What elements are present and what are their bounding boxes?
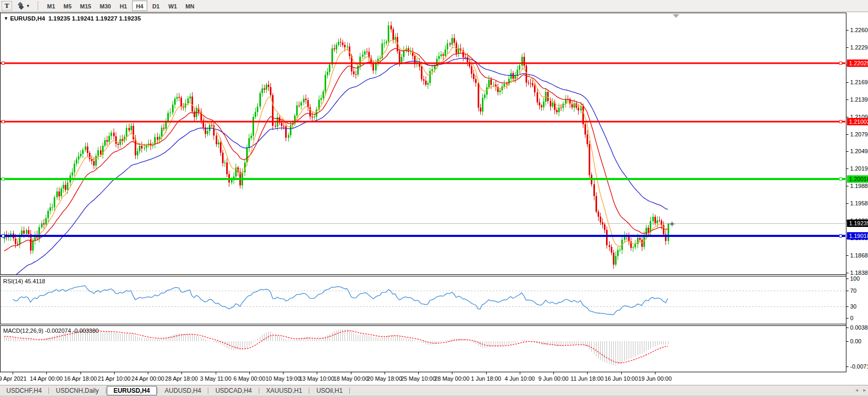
tab-separator (259, 388, 259, 394)
price-tick (846, 100, 849, 100)
text-tool-button[interactable]: T (2, 1, 12, 11)
time-tick (216, 372, 216, 374)
tab-usdcnh-daily[interactable]: USDCNH,Daily (49, 386, 105, 395)
time-tick (486, 372, 487, 374)
rsi-tick-label: 70 (850, 287, 856, 294)
tab-usoil-h1[interactable]: USOil,H1 (310, 386, 349, 395)
tab-usdcad-h4[interactable]: USDCAD,H4 (209, 386, 258, 395)
timeframe-button-h4[interactable]: H4 (132, 1, 147, 11)
price-tick-label: 1.20190 (850, 165, 868, 172)
tab-xauusd-h1[interactable]: XAUUSD,H1 (260, 386, 309, 395)
timeframe-button-m5[interactable]: M5 (60, 1, 75, 11)
macd-tick-label: 0.00 (850, 338, 861, 344)
time-tick (553, 372, 554, 374)
price-tick (846, 186, 849, 186)
timeframe-toolbar: M1M5M15M30H1H4D1W1MN (43, 1, 199, 11)
macd-tick-label: -0.007195 (850, 363, 868, 370)
tab-scroll-right-icon[interactable]: ▸ (863, 386, 866, 394)
rsi-indicator-pane: RSI(14) 45.4118 (0, 276, 846, 324)
main-chart-pane: ▼ EURUSD,H4 1.19235 1.19241 1.19227 1.19… (0, 13, 846, 275)
time-tick (621, 372, 622, 374)
tab-separator (48, 388, 49, 394)
time-tick (46, 372, 47, 374)
tab-separator (157, 388, 158, 394)
price-tick-label: 1.20790 (850, 131, 868, 137)
hline-price-badge: 1.21002 (847, 118, 868, 125)
price-chart-canvas[interactable] (1, 13, 845, 274)
price-tick (846, 168, 849, 169)
macd-tick (846, 341, 849, 342)
time-tick (249, 372, 250, 374)
time-tick (114, 372, 115, 374)
chart-shift-marker-icon[interactable] (673, 14, 679, 18)
timeframe-button-m1[interactable]: M1 (44, 1, 59, 11)
rsi-label: RSI(14) 45.4118 (3, 278, 45, 284)
price-tick-label: 1.22295 (850, 44, 868, 51)
macd-chart-canvas[interactable] (1, 326, 845, 372)
hline-price-badge: 1.22025 (847, 59, 868, 67)
timeframe-button-mn[interactable]: MN (181, 1, 198, 11)
chart-ohlc-values: 1.19235 1.19241 1.19227 1.19235 (48, 15, 141, 22)
macd-tick-label: 0.003873 (850, 324, 868, 331)
tab-separator (349, 388, 350, 394)
time-tick (181, 372, 182, 374)
price-tick-label: 1.19885 (850, 183, 868, 189)
timeframe-button-m30[interactable]: M30 (96, 1, 115, 11)
price-tick (846, 151, 849, 152)
rsi-tick (846, 279, 849, 279)
mt4-window: T ▾ M1M5M15M30H1H4D1W1MN ▼ EURUSD,H4 1.1… (0, 0, 868, 397)
chevron-down-icon: ▾ (27, 3, 29, 8)
tab-scroll-left-icon[interactable]: ◂ (855, 386, 858, 394)
price-tick-label: 1.20490 (850, 148, 868, 154)
chart-symbol-label: EURUSD,H4 (10, 15, 45, 22)
tab-eurusd-h4[interactable]: EURUSD,H4 (107, 386, 157, 395)
price-tick (846, 134, 849, 135)
timeframe-button-m15[interactable]: M15 (76, 1, 95, 11)
price-tick (846, 203, 849, 204)
rsi-chart-canvas[interactable] (1, 276, 845, 324)
timeframe-button-h1[interactable]: H1 (116, 1, 131, 11)
tab-audusd-h4[interactable]: AUDUSD,H4 (158, 386, 207, 395)
time-tick (587, 372, 588, 374)
price-tick (846, 47, 849, 48)
collapse-triangle-icon: ▼ (4, 16, 8, 21)
price-tick-label: 1.21395 (850, 96, 868, 103)
time-tick (317, 372, 317, 374)
time-tick (148, 372, 148, 374)
mouse-crosshair-icon (670, 222, 674, 226)
time-axis[interactable]: 9 Apr 202114 Apr 00:0016 Apr 18:0021 Apr… (0, 372, 868, 383)
tab-usdchf-h4[interactable]: USDCHF,H4 (0, 386, 48, 395)
time-tick (385, 372, 385, 374)
time-tick (80, 372, 81, 374)
price-tick (846, 273, 849, 273)
toolbar-grip[interactable] (37, 2, 39, 10)
hline-price-badge: 1.20010 (847, 175, 868, 183)
chart-tabs: USDCHF,H4USDCNH,DailyEURUSD,H4AUDUSD,H4U… (0, 385, 868, 396)
tab-separator (106, 388, 106, 394)
chart-tab-bar: USDCHF,H4USDCNH,DailyEURUSD,H4AUDUSD,H4U… (0, 383, 868, 397)
time-tick (520, 372, 520, 374)
tab-scroll-arrows: ◂ ▸ (855, 386, 866, 394)
macd-label: MACD(12,26,9) -0.002074 -0.003380 (3, 327, 99, 334)
price-tick (846, 255, 849, 256)
macd-tick (846, 327, 849, 328)
timeframe-button-d1[interactable]: D1 (148, 1, 164, 11)
price-tick (846, 30, 849, 31)
time-tick (452, 372, 452, 374)
timeframe-button-w1[interactable]: W1 (165, 1, 181, 11)
rsi-tick (846, 318, 849, 319)
chart-title: ▼ EURUSD,H4 1.19235 1.19241 1.19227 1.19… (4, 15, 141, 22)
price-tick (846, 82, 849, 83)
rsi-tick-label: 30 (850, 303, 856, 310)
rsi-tick (846, 306, 849, 307)
time-tick (283, 372, 284, 374)
current-price-badge: 1.19235 (847, 220, 868, 227)
price-tick-label: 1.22600 (850, 27, 868, 33)
time-tick (13, 372, 13, 374)
time-tick-label: 19 Jun 00:00 (631, 375, 679, 382)
chart-window: ▼ EURUSD,H4 1.19235 1.19241 1.19227 1.19… (0, 13, 868, 383)
rsi-tick-label: 100 (850, 275, 860, 282)
arrows-tool-button[interactable]: ▾ (16, 1, 32, 11)
tab-separator (208, 388, 208, 394)
price-axis[interactable]: 1.226001.222951.219951.216951.213951.210… (846, 13, 868, 372)
